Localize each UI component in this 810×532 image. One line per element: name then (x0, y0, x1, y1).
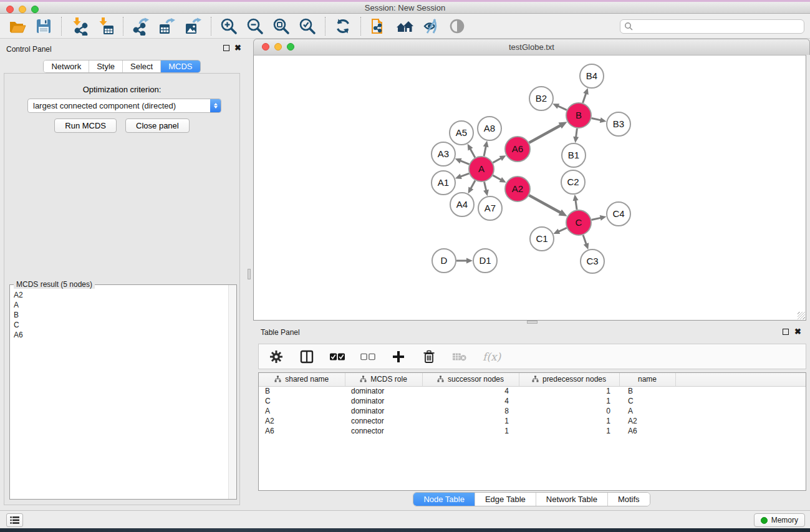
graph-node-A8[interactable]: A8 (478, 117, 501, 140)
edge-C-C4[interactable] (592, 218, 602, 220)
edge-A-A6[interactable] (493, 158, 501, 163)
graph-node-A7[interactable]: A7 (478, 196, 502, 220)
graph-node-B4[interactable]: B4 (580, 64, 604, 88)
graph-node-A1[interactable]: A1 (432, 171, 455, 195)
result-item[interactable]: B (11, 310, 228, 320)
edge-A-A3[interactable] (460, 160, 470, 164)
resize-grip-icon[interactable] (798, 312, 805, 319)
edge-A-A5[interactable] (470, 148, 475, 158)
edge-A-A8[interactable] (484, 146, 486, 156)
graph-node-D1[interactable]: D1 (473, 249, 497, 273)
tab-node-table[interactable]: Node Table (413, 493, 475, 506)
export-image-icon[interactable] (184, 17, 203, 36)
close-panel-button[interactable]: Close panel (125, 118, 190, 133)
refresh-icon[interactable] (334, 17, 352, 36)
edge-C-C2[interactable] (576, 200, 577, 210)
tab-motifs[interactable]: Motifs (607, 493, 650, 506)
edge-B-B2[interactable] (557, 106, 567, 110)
close-panel-icon[interactable]: ✖ (234, 45, 241, 51)
float-panel-icon[interactable] (223, 45, 229, 51)
tab-style[interactable]: Style (89, 60, 122, 72)
table-row[interactable]: Adominator80A (259, 406, 806, 416)
graph-node-B2[interactable]: B2 (529, 87, 553, 110)
graph-node-C3[interactable]: C3 (581, 249, 604, 273)
task-history-button[interactable] (6, 513, 23, 527)
graph-node-C2[interactable]: C2 (561, 170, 585, 194)
hide-selected-icon[interactable] (422, 17, 440, 36)
network-canvas[interactable]: AA1A2A3A4A5A6A7A8BB1B2B3B4CC1C2C3C4DD1 (253, 55, 806, 321)
network-window-titlebar[interactable]: testGlobe.txt (253, 39, 810, 55)
table-row[interactable]: Bdominator41B (259, 386, 806, 396)
show-eye-icon[interactable] (448, 17, 466, 36)
tab-edge-table[interactable]: Edge Table (475, 493, 536, 506)
tab-network-table[interactable]: Network Table (536, 493, 607, 506)
new-network-file-icon[interactable] (369, 17, 388, 36)
column-header-MCDS-role[interactable]: MCDS role (345, 373, 422, 386)
delete-column-trash-icon[interactable] (422, 349, 436, 364)
graph-node-A3[interactable]: A3 (432, 142, 455, 166)
edge-B-B1[interactable] (576, 128, 577, 138)
result-item[interactable]: A6 (11, 330, 228, 340)
column-header-successor-nodes[interactable]: successor nodes (422, 373, 519, 386)
import-network-icon[interactable] (70, 17, 89, 36)
close-table-panel-icon[interactable]: ✖ (794, 329, 801, 335)
save-session-icon[interactable] (34, 17, 53, 36)
column-header-predecessor-nodes[interactable]: predecessor nodes (519, 373, 619, 386)
network-close-icon[interactable] (262, 43, 269, 51)
result-item[interactable]: C (11, 320, 228, 330)
graph-node-B3[interactable]: B3 (607, 112, 630, 136)
show-columns-icon[interactable] (299, 349, 314, 364)
edge-A2-C[interactable] (529, 195, 561, 213)
graph-node-A[interactable]: A (469, 157, 494, 181)
edge-C-C3[interactable] (583, 235, 586, 244)
import-table-icon[interactable] (96, 17, 115, 36)
result-item[interactable]: A (11, 300, 228, 310)
graph-node-C4[interactable]: C4 (607, 202, 630, 226)
vertical-splitter-handle[interactable] (248, 269, 251, 279)
graph-node-A5[interactable]: A5 (450, 121, 473, 145)
column-header-shared-name[interactable]: shared name (259, 373, 345, 386)
edge-B-B3[interactable] (592, 118, 602, 120)
table-row[interactable]: A2connector11A2 (259, 416, 806, 426)
edge-A-A4[interactable] (471, 180, 475, 189)
deselect-all-checkboxes-icon[interactable] (360, 349, 375, 364)
add-column-icon[interactable] (391, 349, 406, 364)
zoom-in-icon[interactable] (219, 17, 238, 36)
export-network-icon[interactable] (132, 17, 150, 36)
open-session-icon[interactable] (8, 17, 27, 36)
graph-node-C[interactable]: C (566, 210, 591, 235)
edge-A-A1[interactable] (460, 173, 469, 177)
graph-node-D[interactable]: D (432, 249, 456, 273)
edge-A-A2[interactable] (493, 175, 501, 180)
edge-C-C1[interactable] (558, 228, 567, 231)
home-icon[interactable] (395, 17, 414, 36)
graph-node-A4[interactable]: A4 (450, 193, 474, 216)
export-table-icon[interactable] (158, 17, 176, 36)
graph-node-C1[interactable]: C1 (530, 227, 554, 251)
result-item[interactable]: A2 (11, 290, 228, 300)
result-scrollbar[interactable] (228, 285, 236, 499)
search-field[interactable] (620, 19, 804, 34)
graph-node-A6[interactable]: A6 (505, 137, 530, 162)
zoom-fit-icon[interactable] (272, 17, 291, 36)
minimize-window-icon[interactable] (19, 6, 26, 13)
tab-mcds[interactable]: MCDS (160, 60, 200, 72)
edge-A6-B[interactable] (529, 125, 561, 143)
search-input[interactable] (636, 22, 800, 31)
zoom-window-icon[interactable] (31, 6, 39, 13)
graph-node-A2[interactable]: A2 (505, 177, 530, 201)
zoom-selected-icon[interactable] (298, 17, 317, 36)
memory-button[interactable]: Memory (754, 513, 805, 527)
network-zoom-icon[interactable] (287, 43, 294, 51)
close-window-icon[interactable] (6, 6, 14, 13)
run-mcds-button[interactable]: Run MCDS (54, 118, 117, 133)
graph-node-B[interactable]: B (566, 103, 591, 128)
horizontal-splitter-handle[interactable] (527, 321, 538, 324)
optimization-criterion-select[interactable]: largest connected component (directed) (27, 99, 221, 113)
select-all-checkboxes-icon[interactable] (330, 349, 345, 364)
table-row[interactable]: Cdominator41C (259, 396, 806, 406)
network-minimize-icon[interactable] (274, 43, 282, 51)
float-table-panel-icon[interactable] (783, 329, 789, 335)
tab-network[interactable]: Network (44, 60, 89, 72)
table-row[interactable]: A6connector11A6 (259, 426, 806, 436)
